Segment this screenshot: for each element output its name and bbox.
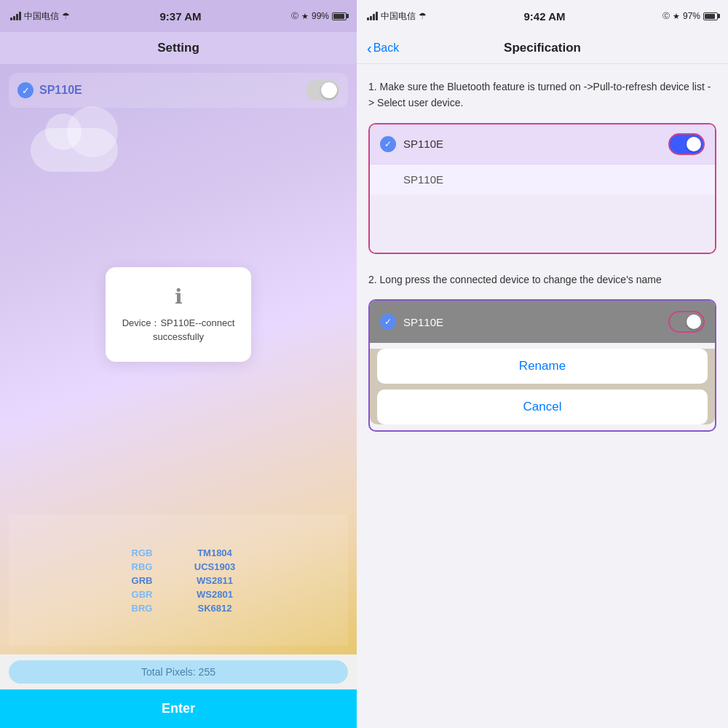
color-tm1804: TM1804 bbox=[186, 547, 244, 558]
right-location-icon: Ⓒ bbox=[662, 11, 670, 21]
left-cloud-shape bbox=[31, 128, 118, 172]
right-nav-bar: ‹ Back Specification bbox=[357, 32, 728, 64]
step1-device-list: ✓ SP110E SP110E bbox=[368, 123, 716, 254]
left-cloud-area: ℹ Device：SP110E--connect successfully bbox=[9, 114, 348, 515]
cancel-label: Cancel bbox=[523, 400, 562, 414]
rename-button[interactable]: Rename bbox=[377, 349, 708, 384]
left-main: ✓ SP110E ℹ Device：SP110E--connect succes… bbox=[0, 64, 357, 654]
color-sk6812: SK6812 bbox=[186, 603, 244, 614]
rename-label: Rename bbox=[519, 359, 566, 373]
left-time: 9:37 AM bbox=[150, 0, 212, 32]
right-content: 1. Make sure the Bluetooth feature is tu… bbox=[357, 64, 728, 728]
left-status-bar: 中国电信 ☂ 9:37 AM Ⓒ ★ 99% bbox=[0, 0, 357, 32]
step1-device-name: SP110E bbox=[403, 138, 443, 150]
step1-device-plain-row[interactable]: SP110E bbox=[370, 165, 715, 194]
color-rgb: RGB bbox=[113, 547, 171, 558]
step1-empty-space bbox=[370, 194, 715, 253]
back-chevron-icon: ‹ bbox=[367, 41, 372, 55]
color-ws2801: WS2801 bbox=[186, 589, 244, 600]
step1-check-icon: ✓ bbox=[380, 136, 396, 152]
total-pixels-label: Total Pixels: 255 bbox=[141, 666, 215, 678]
left-battery-fill bbox=[333, 14, 344, 19]
step1-device-row-left: ✓ SP110E bbox=[380, 136, 443, 152]
right-battery-icon bbox=[703, 12, 718, 20]
left-signal-icon bbox=[10, 12, 21, 20]
right-battery-label: 97% bbox=[683, 11, 700, 21]
cancel-button[interactable]: Cancel bbox=[377, 389, 708, 424]
step1-text: 1. Make sure the Bluetooth feature is tu… bbox=[368, 79, 716, 111]
step1-device-plain-name: SP110E bbox=[403, 173, 443, 186]
left-wifi-icon: ☂ bbox=[62, 11, 70, 21]
enter-button[interactable]: Enter bbox=[0, 689, 357, 728]
enter-button-label: Enter bbox=[162, 701, 195, 716]
left-device-toggle[interactable] bbox=[306, 80, 339, 100]
color-ws2811: WS2811 bbox=[186, 575, 244, 586]
right-time: 9:42 AM bbox=[524, 10, 566, 23]
left-location-icon: Ⓒ bbox=[291, 11, 298, 21]
left-battery-icon bbox=[332, 12, 347, 20]
left-battery-label: 99% bbox=[312, 11, 329, 21]
left-info-icon: ℹ bbox=[120, 285, 237, 309]
right-carrier-label: 中国电信 bbox=[381, 10, 416, 23]
step2-device-toggle[interactable] bbox=[668, 311, 705, 333]
step2-device-row[interactable]: ✓ SP110E bbox=[370, 301, 715, 343]
step2-text: 2. Long press the connected device to ch… bbox=[368, 272, 716, 288]
color-brg: BRG bbox=[113, 603, 171, 614]
left-color-grid: RGB TM1804 RBG UCS1903 GRB WS2811 GBR WS… bbox=[113, 547, 244, 614]
left-info-dialog: ℹ Device：SP110E--connect successfully bbox=[106, 267, 251, 362]
left-device-header-left: ✓ SP110E bbox=[17, 82, 82, 98]
left-battery-area: Ⓒ ★ 99% bbox=[291, 11, 347, 21]
back-button[interactable]: ‹ Back bbox=[367, 41, 399, 55]
right-carrier-info: 中国电信 ☂ bbox=[367, 10, 427, 23]
left-device-name: SP110E bbox=[39, 84, 82, 97]
step2-box: ✓ SP110E Rename Cancel bbox=[368, 299, 716, 432]
left-bluetooth-icon: ★ bbox=[301, 12, 309, 21]
color-gbr: GBR bbox=[113, 589, 171, 600]
step2-device-row-left: ✓ SP110E bbox=[380, 314, 443, 330]
left-color-list-area: RGB TM1804 RBG UCS1903 GRB WS2811 GBR WS… bbox=[9, 515, 348, 646]
left-carrier-label: 中国电信 bbox=[24, 10, 59, 23]
left-device-check-icon: ✓ bbox=[17, 82, 33, 98]
back-label: Back bbox=[373, 41, 400, 55]
action-sheet: Rename Cancel bbox=[370, 349, 715, 424]
left-nav-title: Setting bbox=[157, 41, 199, 55]
step2-check-icon: ✓ bbox=[380, 314, 396, 330]
color-ucs1903: UCS1903 bbox=[186, 561, 244, 572]
color-grb: GRB bbox=[113, 575, 171, 586]
step1-device-selected-row[interactable]: ✓ SP110E bbox=[370, 124, 715, 165]
right-battery-fill bbox=[705, 14, 715, 19]
right-bluetooth-icon: ★ bbox=[673, 12, 680, 21]
left-carrier-info: 中国电信 ☂ bbox=[10, 10, 70, 23]
right-status-bar: 中国电信 ☂ 9:42 AM Ⓒ ★ 97% bbox=[357, 0, 728, 32]
left-panel: 中国电信 ☂ 9:37 AM Ⓒ ★ 99% Setting ✓ SP110E bbox=[0, 0, 357, 728]
right-nav-title: Specification bbox=[504, 41, 581, 55]
right-battery-area: Ⓒ ★ 97% bbox=[662, 11, 718, 21]
color-rbg: RBG bbox=[113, 561, 171, 572]
total-pixels-bar: Total Pixels: 255 bbox=[9, 660, 348, 684]
left-nav-bar: Setting bbox=[0, 32, 357, 64]
right-wifi-icon: ☂ bbox=[419, 11, 427, 21]
step2-device-name: SP110E bbox=[403, 316, 443, 328]
right-panel: 中国电信 ☂ 9:42 AM Ⓒ ★ 97% ‹ Back Specificat… bbox=[357, 0, 728, 728]
left-info-text: Device：SP110E--connect successfully bbox=[120, 316, 237, 344]
step1-device-toggle[interactable] bbox=[668, 133, 705, 155]
left-device-header: ✓ SP110E bbox=[9, 73, 348, 108]
right-signal-icon bbox=[367, 12, 378, 20]
